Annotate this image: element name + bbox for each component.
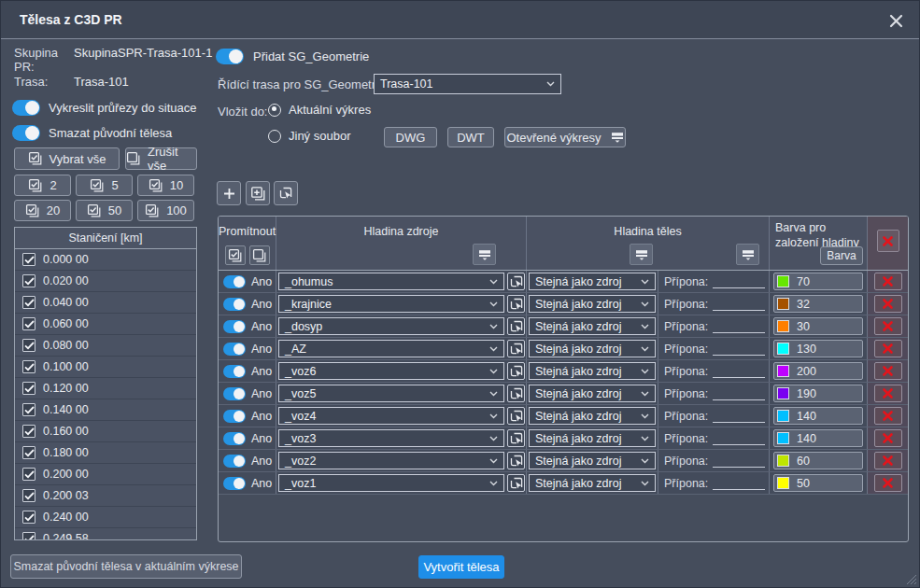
- delete-original-in-drawing-button[interactable]: Smazat původní tělesa v aktuálním výkres…: [10, 554, 242, 579]
- station-checkbox[interactable]: [22, 253, 35, 266]
- source-layer-select[interactable]: _ohumus: [278, 273, 504, 290]
- row-toggle[interactable]: [223, 320, 246, 333]
- station-checkbox[interactable]: [22, 339, 35, 352]
- row-pick-button[interactable]: [507, 474, 525, 492]
- solid-layer-filter-button[interactable]: [630, 244, 653, 265]
- solid-layer-select[interactable]: Stejná jako zdroj: [529, 295, 656, 313]
- row-toggle[interactable]: [223, 477, 246, 490]
- layer-color-button[interactable]: 30: [773, 317, 863, 335]
- layer-color-button[interactable]: 140: [773, 429, 863, 447]
- step-button[interactable]: 10: [137, 175, 194, 196]
- suffix-input[interactable]: [713, 386, 765, 400]
- row-toggle[interactable]: [223, 410, 246, 423]
- row-toggle[interactable]: [223, 455, 246, 468]
- add-row-button[interactable]: [217, 181, 241, 205]
- station-checkbox[interactable]: [22, 296, 35, 309]
- row-delete-button[interactable]: [874, 474, 902, 492]
- station-row[interactable]: 0.240 00: [15, 507, 196, 528]
- source-layer-select[interactable]: _voz4: [278, 407, 504, 425]
- resize-grip[interactable]: [904, 572, 917, 585]
- solid-layer-select[interactable]: Stejná jako zdroj: [529, 362, 656, 380]
- source-layer-select[interactable]: _voz3: [278, 429, 504, 447]
- source-layer-select[interactable]: _voz6: [278, 362, 504, 380]
- station-checkbox[interactable]: [22, 511, 35, 524]
- step-button[interactable]: 20: [14, 200, 71, 221]
- dwg-button[interactable]: DWG: [384, 127, 437, 147]
- row-delete-button[interactable]: [874, 340, 902, 357]
- source-layer-filter-button[interactable]: [473, 244, 496, 265]
- row-toggle[interactable]: [223, 343, 246, 356]
- create-solids-button[interactable]: Vytvořit tělesa: [418, 555, 504, 579]
- source-layer-select[interactable]: _voz5: [278, 385, 504, 402]
- row-delete-button[interactable]: [874, 429, 902, 447]
- source-layer-select[interactable]: _dosyp: [278, 317, 504, 335]
- station-row[interactable]: 0.000 00: [15, 249, 196, 271]
- row-delete-button[interactable]: [874, 295, 902, 313]
- source-layer-select[interactable]: _AZ: [278, 340, 504, 357]
- close-button[interactable]: [885, 10, 906, 31]
- add-sg-toggle[interactable]: [216, 49, 244, 64]
- row-pick-button[interactable]: [507, 317, 525, 335]
- station-checkbox[interactable]: [22, 425, 35, 438]
- suffix-input[interactable]: [713, 319, 765, 333]
- row-pick-button[interactable]: [507, 385, 525, 402]
- source-layer-select[interactable]: _voz2: [278, 452, 504, 469]
- row-pick-button[interactable]: [507, 273, 525, 290]
- station-row[interactable]: 0.140 00: [15, 399, 196, 421]
- station-row[interactable]: 0.200 03: [15, 485, 196, 507]
- suffix-input[interactable]: [713, 431, 765, 445]
- row-pick-button[interactable]: [507, 452, 525, 469]
- row-delete-button[interactable]: [874, 317, 902, 335]
- solid-layer-select[interactable]: Stejná jako zdroj: [529, 452, 656, 469]
- layer-color-button[interactable]: 130: [773, 340, 863, 357]
- row-delete-button[interactable]: [874, 385, 902, 402]
- station-row[interactable]: 0.100 00: [15, 357, 196, 378]
- delete-all-button[interactable]: [877, 230, 899, 252]
- suffix-input[interactable]: [713, 342, 765, 356]
- row-toggle[interactable]: [223, 432, 246, 445]
- suffix-input[interactable]: [713, 409, 765, 423]
- station-row[interactable]: 0.200 00: [15, 464, 196, 485]
- station-row[interactable]: 0.020 00: [15, 271, 196, 292]
- step-button[interactable]: 100: [137, 200, 194, 221]
- source-layer-select[interactable]: _krajnice: [278, 295, 504, 313]
- control-route-select[interactable]: Trasa-101: [374, 74, 561, 94]
- layer-color-button[interactable]: 200: [773, 362, 863, 380]
- station-row[interactable]: 0.160 00: [15, 421, 196, 442]
- row-pick-button[interactable]: [507, 407, 525, 425]
- solid-layer-select[interactable]: Stejná jako zdroj: [529, 340, 656, 357]
- station-row[interactable]: 0.060 00: [15, 314, 196, 335]
- station-row[interactable]: 0.080 00: [15, 335, 196, 357]
- step-button[interactable]: 5: [76, 175, 133, 196]
- row-pick-button[interactable]: [507, 340, 525, 357]
- layer-color-button[interactable]: 60: [773, 452, 863, 469]
- step-button[interactable]: 50: [76, 200, 133, 221]
- layer-color-button[interactable]: 50: [773, 474, 863, 492]
- radio-other-file[interactable]: Jiný soubor: [268, 129, 350, 143]
- station-checkbox[interactable]: [22, 382, 35, 395]
- station-checkbox[interactable]: [22, 317, 35, 330]
- step-button[interactable]: 2: [14, 175, 71, 196]
- suffix-input[interactable]: [713, 274, 765, 288]
- station-row[interactable]: 0.120 00: [15, 378, 196, 399]
- open-drawings-button[interactable]: Otevřené výkresy: [504, 127, 626, 147]
- uncheck-all-button[interactable]: [249, 245, 270, 265]
- solid-layer-select[interactable]: Stejná jako zdroj: [529, 317, 656, 335]
- row-delete-button[interactable]: [874, 362, 902, 380]
- suffix-input[interactable]: [713, 454, 765, 468]
- layer-color-button[interactable]: 70: [773, 273, 863, 290]
- solid-layer-select[interactable]: Stejná jako zdroj: [529, 385, 656, 402]
- station-row[interactable]: 0.249 58: [15, 528, 196, 540]
- suffix-input[interactable]: [713, 476, 765, 490]
- station-checkbox[interactable]: [22, 532, 35, 540]
- select-all-button[interactable]: Vybrat vše: [14, 147, 120, 170]
- check-all-button[interactable]: [225, 245, 246, 265]
- row-pick-button[interactable]: [507, 429, 525, 447]
- row-pick-button[interactable]: [507, 295, 525, 313]
- row-toggle[interactable]: [223, 387, 246, 400]
- station-checkbox[interactable]: [22, 446, 35, 459]
- add-multiple-button[interactable]: [246, 181, 270, 205]
- pick-from-drawing-button[interactable]: [274, 181, 298, 205]
- draw-sections-toggle[interactable]: [12, 100, 40, 116]
- station-checkbox[interactable]: [22, 468, 35, 481]
